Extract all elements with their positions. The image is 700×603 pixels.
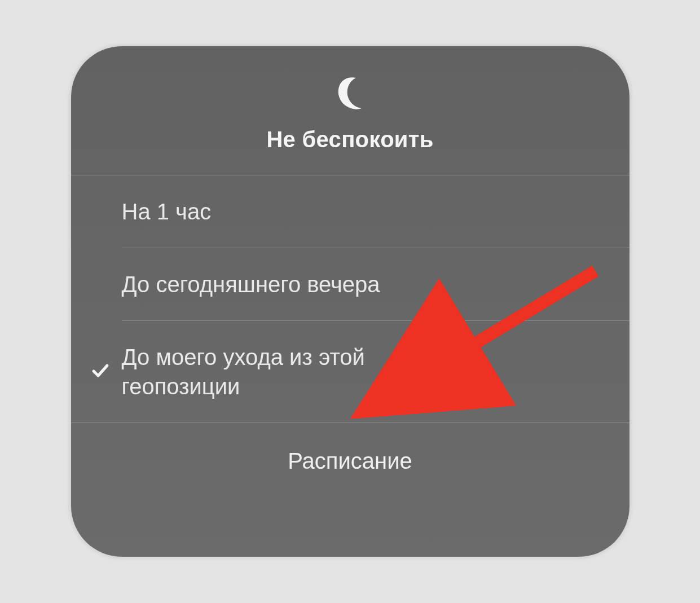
- checkmark-icon: [91, 361, 110, 382]
- panel-header: Не беспокоить: [71, 46, 629, 175]
- option-label: До сегодняшнего вечера: [122, 270, 380, 299]
- do-not-disturb-panel: Не беспокоить На 1 час До сегодняшнего в…: [71, 46, 629, 557]
- option-until-evening[interactable]: До сегодняшнего вечера: [71, 248, 629, 320]
- moon-icon: [332, 74, 368, 113]
- option-label: На 1 час: [122, 197, 212, 226]
- option-one-hour[interactable]: На 1 час: [71, 175, 629, 248]
- option-until-leave-location[interactable]: До моего ухода из этой геопозиции: [71, 321, 629, 422]
- panel-title: Не беспокоить: [266, 127, 433, 152]
- panel-footer: Расписание: [71, 423, 629, 496]
- check-slot: [89, 361, 112, 382]
- schedule-link[interactable]: Расписание: [288, 448, 412, 474]
- option-label: До моего ухода из этой геопозиции: [122, 342, 438, 401]
